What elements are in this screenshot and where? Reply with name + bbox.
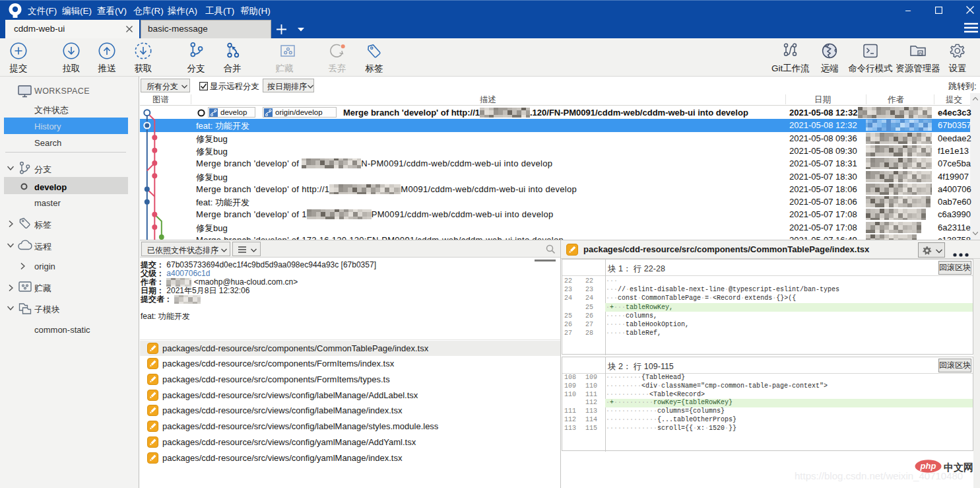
svg-text:php: php: [920, 461, 936, 471]
